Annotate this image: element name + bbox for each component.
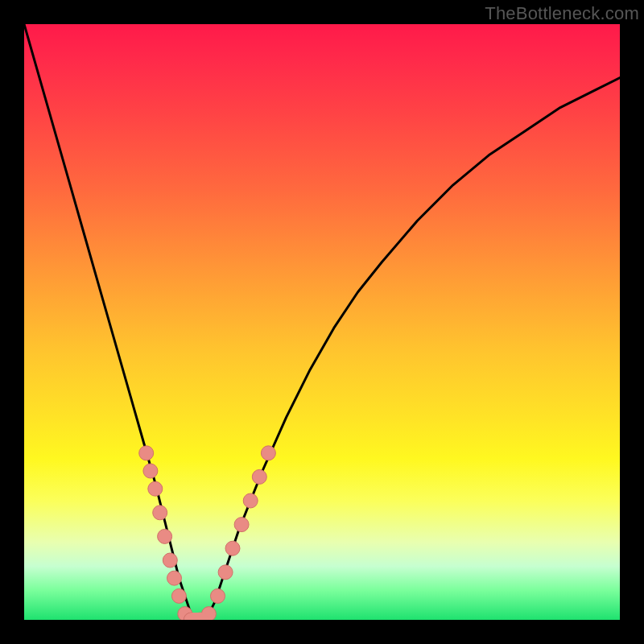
curve-marker	[225, 541, 240, 555]
curve-marker	[139, 446, 154, 460]
bottleneck-curve	[24, 24, 620, 620]
curve-marker	[234, 518, 249, 532]
curve-marker	[143, 464, 158, 478]
curve-marker	[211, 588, 225, 603]
curve-marker	[252, 469, 266, 484]
curve-marker	[167, 571, 182, 585]
curve-marker	[218, 565, 233, 580]
curve-marker	[163, 553, 177, 568]
bottleneck-curve-svg	[24, 24, 620, 620]
watermark-text: TheBottleneck.com	[485, 3, 639, 24]
curve-marker	[243, 493, 258, 508]
plot-area	[24, 24, 620, 620]
valley-connector	[185, 613, 209, 620]
curve-marker	[153, 506, 167, 520]
curve-marker	[148, 481, 163, 496]
curve-marker	[158, 529, 172, 543]
curve-marker	[171, 588, 186, 603]
chart-frame: TheBottleneck.com	[0, 0, 644, 644]
curve-marker	[261, 446, 275, 460]
